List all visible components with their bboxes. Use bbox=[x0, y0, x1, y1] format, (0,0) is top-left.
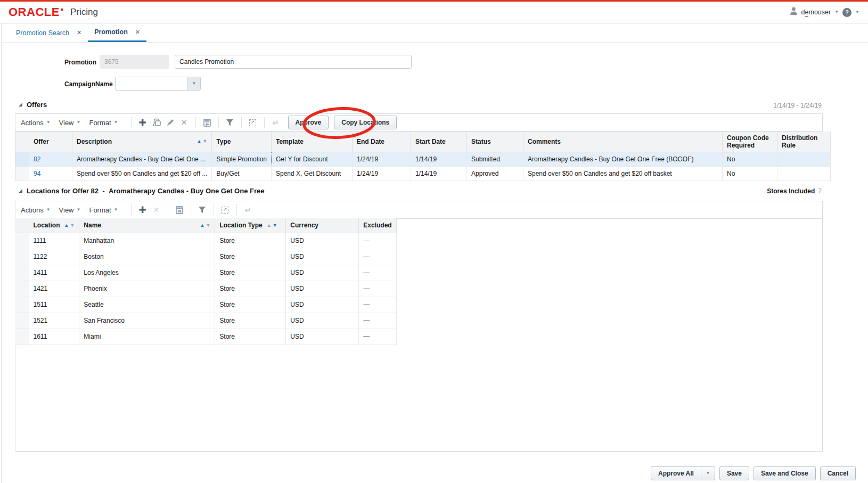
return-icon[interactable]: ↵ bbox=[269, 116, 283, 129]
sort-descending-icon[interactable]: ▼ bbox=[206, 223, 210, 228]
offers-date-range: 1/14/19 - 1/24/19 bbox=[773, 102, 822, 109]
collapse-triangle-icon[interactable] bbox=[19, 103, 22, 107]
offers-format-menu[interactable]: Format▼ bbox=[89, 119, 118, 127]
add-icon[interactable]: ✚ bbox=[136, 116, 150, 129]
sort-ascending-icon[interactable]: ▲ bbox=[200, 223, 205, 228]
locations-format-menu[interactable]: Format▼ bbox=[89, 206, 118, 214]
user-dropdown-caret-icon[interactable]: ▼ bbox=[834, 10, 839, 14]
column-header-template[interactable]: Template bbox=[272, 132, 353, 152]
add-icon[interactable]: ✚ bbox=[136, 203, 150, 216]
sort-descending-icon[interactable]: ▼ bbox=[273, 223, 277, 228]
offers-section-title: Offers bbox=[27, 101, 47, 109]
cell: USD bbox=[286, 233, 359, 249]
duplicate-icon[interactable] bbox=[150, 116, 163, 129]
filter-icon[interactable] bbox=[195, 203, 209, 216]
tab-promotion[interactable]: Promotion✕ bbox=[88, 23, 146, 42]
offer-row[interactable]: 82Aromatherapy Candles - Buy One Get One… bbox=[15, 152, 831, 166]
column-header-start-date[interactable]: Start Date bbox=[411, 132, 467, 152]
column-header-comments[interactable]: Comments bbox=[523, 132, 723, 152]
help-dropdown-caret-icon[interactable]: ▼ bbox=[855, 10, 859, 14]
close-icon[interactable]: ✕ bbox=[77, 29, 81, 36]
offers-view-menu[interactable]: View▼ bbox=[59, 119, 81, 127]
location-row[interactable]: 1421PhoenixStoreUSD— bbox=[15, 281, 396, 297]
column-header-currency[interactable]: Currency bbox=[286, 218, 359, 233]
save-and-close-button[interactable]: Save and Close bbox=[754, 466, 816, 480]
locations-view-menu[interactable]: View▼ bbox=[59, 206, 81, 214]
tab-bar: Promotion Search✕Promotion✕ bbox=[2, 23, 868, 43]
sort-ascending-icon[interactable]: ▲ bbox=[196, 139, 201, 144]
copy-locations-button[interactable]: Copy Locations bbox=[334, 116, 397, 129]
column-header-distribution-rule[interactable]: Distribution Rule bbox=[777, 132, 831, 152]
column-header-status[interactable]: Status bbox=[467, 132, 523, 152]
location-row[interactable]: 1122BostonStoreUSD— bbox=[15, 249, 396, 265]
collapse-triangle-icon[interactable] bbox=[19, 189, 22, 193]
cell[interactable]: 82 bbox=[29, 152, 72, 166]
approve-all-button[interactable]: Approve All bbox=[651, 466, 701, 480]
app-title: Pricing bbox=[70, 7, 98, 18]
cell: — bbox=[359, 313, 396, 329]
cell: USD bbox=[286, 297, 359, 313]
cell: USD bbox=[286, 329, 359, 345]
sort-descending-icon[interactable]: ▼ bbox=[202, 139, 207, 144]
delete-icon[interactable]: ✕ bbox=[150, 203, 163, 216]
cell: — bbox=[359, 249, 396, 265]
column-header-name[interactable]: Name▲▼ bbox=[79, 218, 215, 233]
toolbar-separator bbox=[131, 204, 132, 216]
cell: Simple Promotion bbox=[212, 152, 272, 166]
return-icon[interactable]: ↵ bbox=[241, 203, 255, 216]
detach-icon[interactable] bbox=[218, 203, 232, 216]
detach-icon[interactable] bbox=[246, 116, 260, 129]
column-header-description[interactable]: Description▲▼ bbox=[72, 132, 212, 152]
campaign-name-field[interactable] bbox=[115, 77, 188, 91]
location-row[interactable]: 1411Los AngelesStoreUSD— bbox=[15, 265, 396, 281]
location-row[interactable]: 1511SeattleStoreUSD— bbox=[15, 297, 396, 313]
help-icon[interactable]: ? bbox=[842, 8, 851, 17]
close-icon[interactable]: ✕ bbox=[135, 29, 140, 36]
offers-actions-menu[interactable]: Actions▼ bbox=[21, 119, 51, 127]
offer-row[interactable]: 94Spend over $50 on Candles and get $20 … bbox=[15, 166, 831, 181]
column-header-type[interactable]: Type bbox=[212, 132, 272, 152]
chevron-down-icon: ▼ bbox=[77, 120, 81, 125]
column-header-excluded[interactable]: Excluded bbox=[359, 218, 396, 233]
tab-promotion-search[interactable]: Promotion Search✕ bbox=[10, 23, 88, 42]
approve-all-dropdown-arrow[interactable]: ▼ bbox=[701, 466, 715, 480]
delete-icon[interactable]: ✕ bbox=[177, 116, 191, 129]
cell: Store bbox=[215, 329, 286, 345]
save-button[interactable]: Save bbox=[719, 466, 749, 480]
location-row[interactable]: 1521San FranciscoStoreUSD— bbox=[15, 313, 396, 329]
column-header-location-type[interactable]: Location Type▲▼ bbox=[215, 218, 286, 233]
tab-label: Promotion Search bbox=[16, 29, 69, 37]
calculate-icon[interactable] bbox=[200, 116, 214, 129]
column-header-offer[interactable]: Offer bbox=[29, 132, 72, 152]
location-row[interactable]: 1611MiamiStoreUSD— bbox=[15, 329, 396, 345]
column-header-coupon-code-required[interactable]: Coupon Code Required bbox=[723, 132, 777, 152]
filter-icon[interactable] bbox=[223, 116, 237, 129]
cell: Store bbox=[215, 297, 286, 313]
cell[interactable]: 94 bbox=[29, 166, 72, 181]
column-header-location[interactable]: Location▲▼ bbox=[29, 218, 79, 233]
cancel-button[interactable]: Cancel bbox=[820, 466, 856, 480]
chevron-down-icon: ▼ bbox=[46, 120, 51, 125]
cell bbox=[777, 152, 831, 166]
column-label: Start Date bbox=[415, 138, 446, 145]
sort-ascending-icon[interactable]: ▲ bbox=[64, 223, 69, 228]
column-header-end-date[interactable]: End Date bbox=[353, 132, 411, 152]
oracle-logo-mark bbox=[61, 9, 63, 11]
calculate-icon[interactable] bbox=[173, 203, 186, 216]
offers-section-header: Offers bbox=[19, 101, 47, 109]
approve-button[interactable]: Approve bbox=[288, 116, 329, 129]
sort-descending-icon[interactable]: ▼ bbox=[70, 223, 75, 228]
cell: Get Y for Discount bbox=[272, 152, 353, 166]
locations-actions-menu[interactable]: Actions▼ bbox=[21, 206, 51, 214]
toolbar-separator bbox=[218, 117, 219, 128]
edit-icon[interactable] bbox=[163, 116, 177, 129]
column-label: Distribution Rule bbox=[782, 134, 826, 149]
column-label: Location Type bbox=[219, 222, 262, 229]
user-menu[interactable]: demouser bbox=[801, 9, 831, 16]
campaign-dropdown-button[interactable]: ▼ bbox=[187, 77, 201, 91]
promotion-name-field[interactable]: Candles Promotion bbox=[175, 55, 412, 69]
location-row[interactable]: 1111ManhattanStoreUSD— bbox=[15, 233, 396, 249]
cell: 1122 bbox=[29, 249, 79, 265]
sort-ascending-icon[interactable]: ▲ bbox=[267, 223, 272, 228]
chevron-down-icon: ▼ bbox=[77, 208, 81, 212]
